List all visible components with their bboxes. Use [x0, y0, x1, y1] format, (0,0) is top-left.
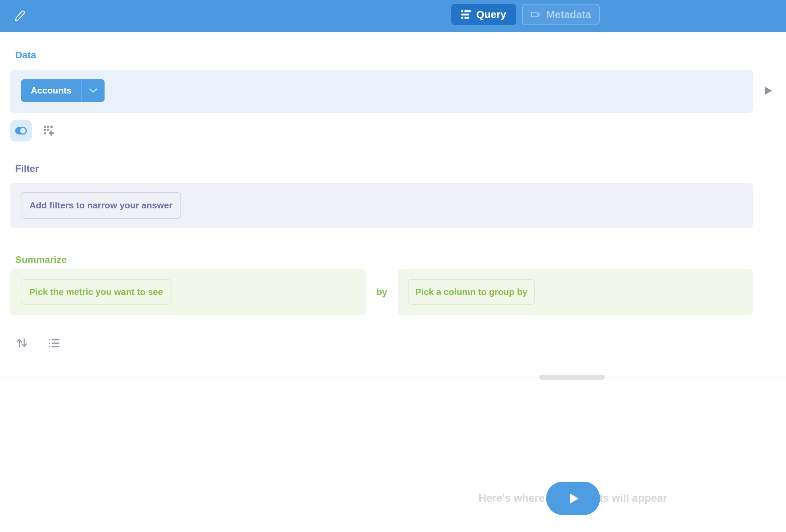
join-data-button[interactable] [10, 120, 32, 141]
tag-icon [531, 9, 541, 20]
play-icon [568, 493, 579, 504]
row-limit-button[interactable] [48, 338, 61, 349]
list-icon [48, 338, 60, 348]
data-panel [10, 70, 753, 113]
tab-metadata-label: Metadata [546, 9, 591, 20]
custom-column-button[interactable] [42, 124, 57, 138]
data-section-label: Data [15, 50, 36, 61]
join-icon [14, 126, 28, 136]
chevron-down-icon[interactable] [81, 79, 105, 102]
notebook-icon [461, 10, 471, 19]
edit-bar: Query Metadata [0, 0, 786, 32]
sort-icon [15, 336, 28, 349]
pencil-icon [14, 9, 26, 22]
divider-drag-handle[interactable] [539, 375, 605, 380]
custom-column-icon [44, 126, 55, 137]
run-query-button[interactable] [546, 482, 600, 515]
pick-metric-button[interactable]: Pick the metric you want to see [21, 279, 171, 305]
tab-query-label: Query [476, 9, 506, 20]
add-filter-button[interactable]: Add filters to narrow your answer [21, 192, 181, 219]
group-by-button[interactable]: Pick a column to group by [408, 279, 535, 305]
play-icon [764, 91, 773, 97]
filter-section-label: Filter [15, 163, 39, 174]
summarize-section-label: Summarize [15, 254, 67, 265]
by-label: by [366, 269, 398, 315]
header-tabs: Query Metadata [451, 4, 600, 25]
table-picker-button[interactable]: Accounts [21, 79, 105, 102]
tab-query[interactable]: Query [451, 4, 516, 25]
table-name: Accounts [21, 79, 81, 102]
results-divider [0, 377, 786, 377]
sort-button[interactable] [15, 336, 28, 349]
tab-metadata[interactable]: Metadata [522, 4, 600, 25]
preview-step-button[interactable] [764, 86, 773, 96]
